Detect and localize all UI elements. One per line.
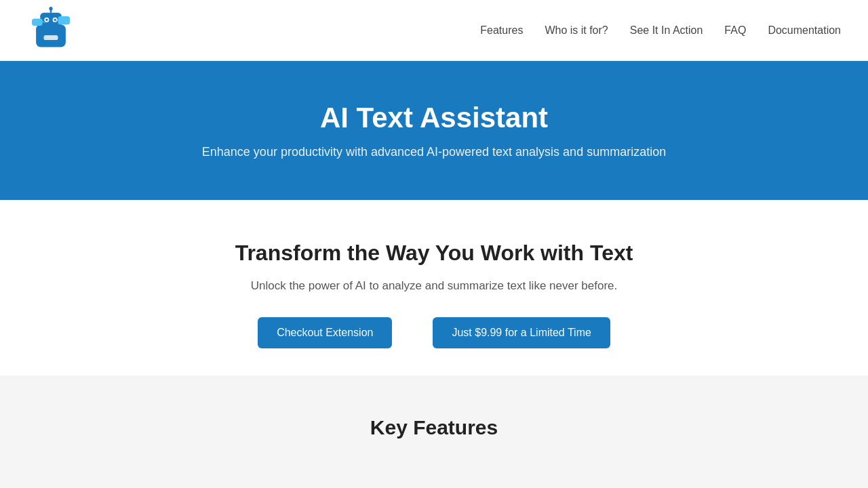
feature-item-summarization: Automatic Text Summarization Summarize l… bbox=[61, 473, 300, 488]
main-content: Transform the Way You Work with Text Unl… bbox=[0, 200, 868, 375]
feature-item-comments: Intelligent Comment Generation Create un… bbox=[314, 473, 553, 488]
nav-item-features[interactable]: Features bbox=[480, 24, 523, 37]
checkout-extension-button[interactable]: Checkout Extension bbox=[258, 317, 392, 348]
nav-item-docs[interactable]: Documentation bbox=[768, 24, 841, 37]
nav-link-who[interactable]: Who is it for? bbox=[545, 24, 608, 36]
logo-icon bbox=[27, 7, 75, 54]
nav-item-seeit[interactable]: See It In Action bbox=[630, 24, 703, 37]
svg-point-7 bbox=[49, 7, 52, 10]
features-grid: Automatic Text Summarization Summarize l… bbox=[61, 473, 807, 488]
limited-time-offer-button[interactable]: Just $9.99 for a Limited Time bbox=[433, 317, 610, 348]
svg-rect-11 bbox=[32, 18, 43, 26]
nav-link-features[interactable]: Features bbox=[480, 24, 523, 36]
nav-link-docs[interactable]: Documentation bbox=[768, 24, 841, 36]
svg-point-5 bbox=[54, 18, 56, 21]
svg-rect-9 bbox=[58, 16, 71, 24]
hero-section: AI Text Assistant Enhance your productiv… bbox=[0, 61, 868, 200]
features-section: Key Features bbox=[0, 375, 868, 488]
svg-point-4 bbox=[45, 18, 48, 21]
cta-buttons: Checkout Extension Just $9.99 for a Limi… bbox=[14, 317, 854, 348]
nav-item-who[interactable]: Who is it for? bbox=[545, 24, 608, 37]
svg-rect-8 bbox=[44, 35, 58, 40]
hero-subtitle: Enhance your productivity with advanced … bbox=[14, 145, 854, 159]
main-heading: Transform the Way You Work with Text bbox=[14, 241, 854, 266]
feature-item-settings: Customizable Settings Adjust parameters … bbox=[568, 473, 807, 488]
navbar: Features Who is it for? See It In Action… bbox=[0, 0, 868, 61]
main-description: Unlock the power of AI to analyze and su… bbox=[14, 279, 854, 293]
nav-link-faq[interactable]: FAQ bbox=[724, 24, 746, 36]
logo-area bbox=[27, 7, 75, 54]
nav-link-seeit[interactable]: See It In Action bbox=[630, 24, 703, 36]
features-heading: Key Features bbox=[14, 416, 854, 439]
hero-title: AI Text Assistant bbox=[14, 102, 854, 134]
nav-item-faq[interactable]: FAQ bbox=[724, 24, 746, 37]
nav-links: Features Who is it for? See It In Action… bbox=[480, 24, 841, 37]
